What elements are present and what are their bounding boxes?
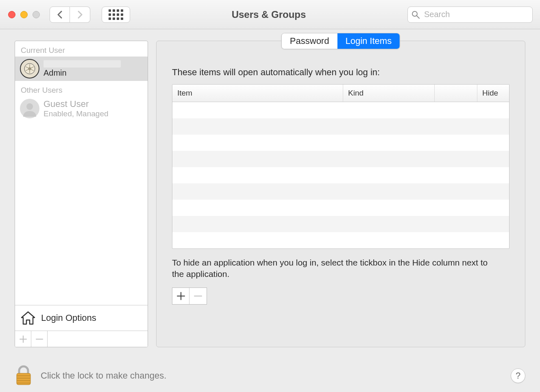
user-role: Admin [44,68,121,78]
table-row[interactable] [172,102,509,118]
remove-user-button [31,331,48,347]
zoom-window-button [33,11,40,18]
content-area: Current User Admin Other Users [0,29,540,359]
tab-password[interactable]: Password [282,33,338,49]
guest-user-row[interactable]: Guest User Enabled, Managed [15,96,148,121]
person-icon [22,100,38,117]
plus-icon [20,335,27,343]
lock-button[interactable] [15,365,33,386]
table-row[interactable] [172,200,509,216]
current-user-row[interactable]: Admin [15,57,148,81]
add-login-item-button[interactable] [172,288,189,304]
table-body [172,102,509,248]
house-icon [21,311,35,325]
avatar [20,59,39,78]
svg-point-0 [412,11,417,16]
table-row[interactable] [172,167,509,183]
question-mark-icon: ? [516,370,520,381]
sand-dollar-icon [24,63,36,75]
table-header: Item Kind Hide [172,85,509,102]
minimize-window-button[interactable] [20,11,28,18]
search-icon [412,11,420,19]
user-labels: Admin [44,60,121,78]
table-row[interactable] [172,135,509,151]
chevron-left-icon [57,11,63,19]
chevron-right-icon [77,11,83,19]
forward-button[interactable] [70,7,90,23]
col-hide[interactable]: Hide [477,85,509,102]
user-add-remove-bar [15,331,148,347]
section-header-other-users: Other Users [15,81,148,96]
tab-login-items[interactable]: Login Items [337,33,400,49]
apps-grid-icon [109,9,123,20]
nav-buttons [50,7,90,23]
remove-login-item-button [189,288,207,304]
col-kind[interactable]: Kind [343,85,435,102]
help-button[interactable]: ? [511,368,525,383]
titlebar: Users & Groups [0,0,540,29]
main-panel: Password Login Items These items will op… [156,41,525,347]
search-input[interactable] [407,7,533,23]
minus-icon [194,292,202,300]
table-row[interactable] [172,183,509,200]
window-controls [8,11,40,18]
user-name-redacted [44,60,121,68]
login-items-intro: These items will open automatically when… [172,67,510,78]
hide-hint-text: To hide an application when you log in, … [172,257,489,280]
avatar [20,99,39,118]
svg-line-1 [417,16,419,18]
login-options-row[interactable]: Login Options [15,305,148,331]
lock-hint-text: Click the lock to make changes. [41,370,166,381]
login-items-table: Item Kind Hide [172,84,510,249]
login-items-add-remove [172,287,207,305]
add-remove-spacer [48,331,148,347]
add-user-button [15,331,31,347]
close-window-button[interactable] [8,11,15,18]
minus-icon [36,335,43,343]
show-all-prefs-button[interactable] [102,7,130,23]
col-item[interactable]: Item [172,85,343,102]
table-row[interactable] [172,216,509,232]
section-header-current-user: Current User [15,41,148,57]
user-sub: Enabled, Managed [44,109,109,118]
user-name: Guest User [44,99,109,109]
tab-segmented-control: Password Login Items [281,33,400,49]
users-sidebar: Current User Admin Other Users [15,41,148,347]
back-button[interactable] [50,7,70,23]
search-field-wrap [407,7,533,23]
table-row[interactable] [172,151,509,167]
lock-icon [15,365,33,386]
svg-point-4 [26,103,33,110]
plus-icon [177,292,185,300]
table-row[interactable] [172,118,509,135]
window-title: Users & Groups [136,9,402,20]
table-row[interactable] [172,232,509,248]
users-list: Current User Admin Other Users [15,41,148,305]
footer: Click the lock to make changes. ? [0,359,540,392]
col-spacer [435,85,477,102]
user-labels: Guest User Enabled, Managed [44,99,109,118]
login-options-label: Login Options [41,313,96,323]
